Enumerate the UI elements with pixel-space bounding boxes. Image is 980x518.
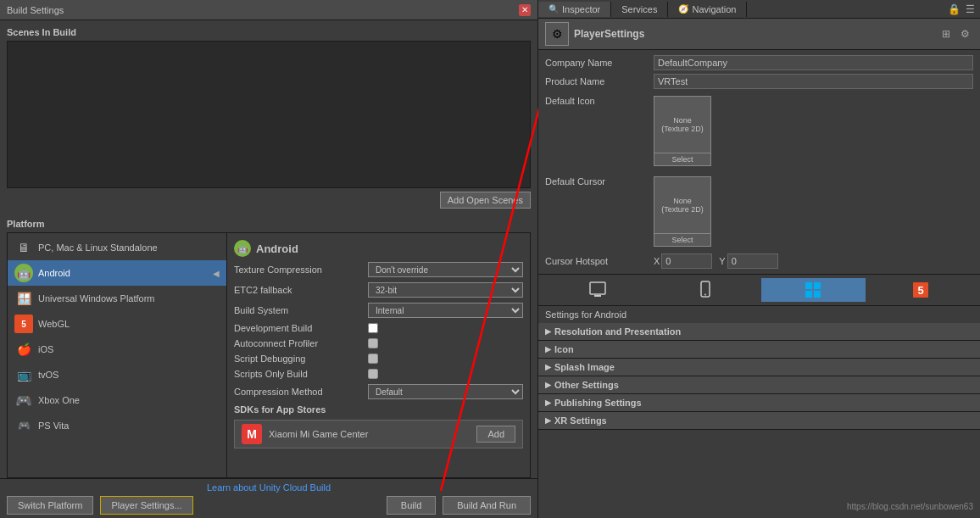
sdk-add-button[interactable]: Add (476, 426, 515, 443)
build-button[interactable]: Build (387, 496, 436, 515)
tab-navigation[interactable]: 🧭 Navigation (668, 2, 747, 17)
xr-section: ▶ XR Settings (538, 412, 980, 430)
platform-layout: 🖥 PC, Mac & Linux Standalone 🤖 Android ◀… (7, 232, 531, 478)
splash-arrow: ▶ (545, 363, 551, 371)
texture-compression-row: Texture Compression Don't override (234, 262, 523, 277)
xboxone-icon: 🎮 (14, 391, 33, 409)
cloud-build-link[interactable]: Learn about Unity Cloud Build (7, 482, 531, 493)
ps-gear-button[interactable]: ⚙ (957, 26, 973, 42)
texture-compression-select[interactable]: Don't override (368, 262, 523, 277)
other-header[interactable]: ▶ Other Settings (538, 376, 980, 393)
player-settings-button[interactable]: Player Settings... (100, 496, 192, 515)
build-system-label: Build System (234, 305, 361, 315)
navigation-tab-label: Navigation (692, 4, 736, 14)
inspector-lock-button[interactable]: 🔒 (946, 2, 962, 17)
switch-platform-button[interactable]: Switch Platform (7, 496, 93, 515)
dev-build-checkbox[interactable] (368, 323, 378, 333)
publishing-header[interactable]: ▶ Publishing Settings (538, 394, 980, 411)
platform-item-uwp[interactable]: 🪟 Universal Windows Platform (8, 286, 226, 311)
default-cursor-select-button[interactable]: Select (654, 234, 711, 247)
tab-inspector[interactable]: 🔍 Inspector (538, 2, 611, 17)
resolution-header[interactable]: ▶ Resolution and Presentation (538, 323, 980, 340)
navigation-icon: 🧭 (678, 4, 688, 14)
etc2-fallback-row: ETC2 fallback 32-bit (234, 282, 523, 298)
android-icon: 🤖 (14, 264, 33, 282)
script-debugging-checkbox[interactable] (368, 354, 378, 364)
android-settings-icon: 🤖 (234, 240, 251, 257)
player-settings-icon: ⚙ (545, 22, 569, 46)
company-name-input[interactable] (654, 55, 973, 70)
splash-label: Splash Image (554, 362, 615, 372)
platform-item-psvita[interactable]: 🎮 PS Vita (8, 413, 226, 438)
android-selected-icon: ◀ (213, 269, 220, 278)
platform-icon-standalone[interactable] (545, 278, 649, 302)
ps-expand-button[interactable]: ⊞ (938, 26, 954, 42)
platform-name-uwp: Universal Windows Platform (38, 293, 220, 304)
product-name-input[interactable] (654, 74, 973, 89)
platform-name-android: Android (38, 268, 208, 278)
company-name-row: Company Name (545, 55, 973, 70)
platform-item-android[interactable]: 🤖 Android ◀ (8, 260, 226, 286)
default-icon-select-button[interactable]: Select (654, 153, 711, 166)
icon-label: Icon (554, 344, 574, 354)
inspector-panel: 🔍 Inspector Services 🧭 Navigation 🔒 ☰ ⚙ (538, 0, 980, 518)
platform-icon-windows[interactable] (761, 278, 866, 302)
compression-label: Compression Method (234, 387, 361, 397)
svg-point-5 (704, 294, 706, 296)
platform-item-pc[interactable]: 🖥 PC, Mac & Linux Standalone (8, 235, 226, 260)
scripts-only-label: Scripts Only Build (234, 369, 361, 379)
platform-icon-webgl-btn[interactable]: 5 (869, 278, 973, 302)
build-system-select[interactable]: Internal (368, 303, 523, 318)
scenes-section: Scenes In Build Add Open Scenes (0, 20, 537, 215)
build-buttons-row: Switch Platform Player Settings... Build… (7, 496, 531, 515)
xr-header[interactable]: ▶ XR Settings (538, 412, 980, 429)
sdk-section-title: SDKs for App Stores (234, 404, 523, 415)
scripts-only-checkbox[interactable] (368, 369, 378, 379)
etc2-fallback-select[interactable]: 32-bit (368, 282, 523, 298)
svg-rect-2 (590, 282, 605, 294)
other-section: ▶ Other Settings (538, 376, 980, 394)
platform-settings-name: Android (256, 242, 298, 255)
default-icon-none: None (673, 116, 692, 125)
tab-services[interactable]: Services (611, 2, 668, 17)
platform-item-ios[interactable]: 🍎 iOS (8, 337, 226, 362)
hotspot-x-input[interactable] (661, 253, 712, 269)
etc2-fallback-label: ETC2 fallback (234, 285, 361, 295)
close-button[interactable]: ✕ (519, 4, 531, 16)
services-tab-label: Services (621, 4, 657, 14)
add-open-scenes-button[interactable]: Add Open Scenes (440, 192, 531, 209)
inspector-tab-label: Inspector (562, 4, 600, 14)
hotspot-y-axis: Y (719, 256, 725, 266)
default-icon-texture: None (Texture 2D) (654, 96, 711, 153)
hotspot-y-input[interactable] (727, 253, 778, 269)
platform-item-xboxone[interactable]: 🎮 Xbox One (8, 387, 226, 413)
inspector-icon: 🔍 (548, 4, 559, 14)
player-settings-title-row: ⚙ PlayerSettings (545, 22, 644, 46)
build-and-run-button[interactable]: Build And Run (443, 496, 531, 515)
build-settings-titlebar: Build Settings ✕ (0, 0, 537, 20)
build-settings-title: Build Settings (7, 5, 64, 15)
platform-item-webgl[interactable]: 5 WebGL (8, 311, 226, 337)
scenes-list-area (7, 41, 531, 188)
platform-icon-mobile[interactable] (653, 278, 757, 302)
inspector-content: ⚙ PlayerSettings ⊞ ⚙ Company Name Produc… (538, 19, 980, 518)
platform-name-ios: iOS (38, 344, 220, 354)
platform-item-tvos[interactable]: 📺 tvOS (8, 362, 226, 387)
cursor-hotspot-row: Cursor Hotspot X Y (545, 253, 973, 269)
default-cursor-label: Default Cursor (545, 176, 647, 187)
hotspot-x-axis: X (654, 256, 660, 266)
inspector-menu-button[interactable]: ☰ (964, 2, 977, 17)
splash-header[interactable]: ▶ Splash Image (538, 359, 980, 376)
resolution-label: Resolution and Presentation (554, 326, 681, 337)
publishing-label: Publishing Settings (554, 398, 642, 408)
inspector-fields: Company Name Product Name Default Icon N… (538, 50, 980, 274)
autoconnect-checkbox[interactable] (368, 338, 378, 348)
icon-header[interactable]: ▶ Icon (538, 341, 980, 358)
script-debugging-label: Script Debugging (234, 354, 361, 364)
compression-row: Compression Method Default (234, 384, 523, 399)
compression-select[interactable]: Default (368, 384, 523, 399)
uwp-icon: 🪟 (14, 289, 33, 308)
psvita-icon: 🎮 (14, 416, 33, 435)
sdk-item-xiaomi: M Xiaomi Mi Game Center Add (234, 420, 523, 448)
default-cursor-row: Default Cursor None (Texture 2D) Select (545, 173, 973, 250)
